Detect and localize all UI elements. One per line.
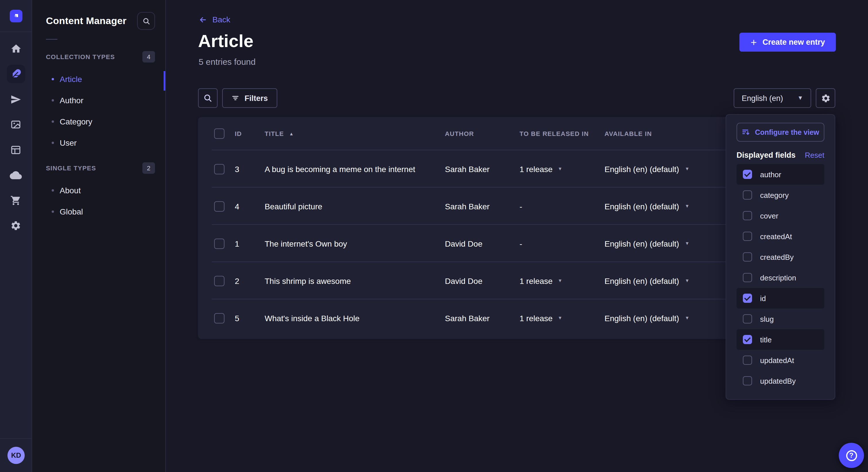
bullet-icon	[52, 78, 54, 80]
row-checkbox[interactable]	[214, 238, 224, 248]
sidebar-item-releases[interactable]	[7, 90, 25, 108]
divider	[0, 32, 32, 32]
field-toggle-description[interactable]: description	[737, 267, 825, 288]
search-icon	[203, 94, 212, 103]
sidebar-item-user[interactable]: User	[32, 132, 165, 153]
app-root: KD Content Manager COLLECTION TYPES 4 Ar…	[0, 0, 868, 472]
chevron-down-icon: ▼	[685, 278, 689, 283]
bullet-icon	[52, 120, 54, 123]
gear-icon	[10, 220, 21, 231]
chevron-down-icon: ▼	[685, 204, 689, 208]
toolbar: Filters English (en) ▼	[198, 88, 835, 108]
release-dropdown[interactable]: 1 release▼	[520, 164, 604, 173]
field-toggle-cover[interactable]: cover	[737, 205, 825, 226]
cell-title: This shrimp is awesome	[265, 276, 445, 285]
field-toggle-updatedAt[interactable]: updatedAt	[737, 350, 825, 370]
configure-list-icon	[742, 128, 750, 136]
home-icon	[10, 43, 22, 55]
sidebar-item-media-library[interactable]	[7, 115, 25, 134]
help-button[interactable]: ?	[839, 443, 864, 468]
filters-button[interactable]: Filters	[222, 88, 277, 108]
field-toggle-createdBy[interactable]: createdBy	[737, 247, 825, 267]
column-header-title[interactable]: TITLE▲	[265, 130, 445, 137]
checkbox	[743, 273, 752, 282]
strapi-logo[interactable]	[9, 10, 22, 22]
main-nav-rail: KD	[0, 0, 32, 472]
sidebar-item-marketplace[interactable]	[7, 191, 25, 209]
chevron-down-icon: ▼	[685, 316, 689, 320]
chevron-down-icon: ▼	[685, 167, 689, 171]
avatar[interactable]: KD	[7, 447, 25, 464]
section-label-collection-types: COLLECTION TYPES	[46, 53, 115, 60]
feather-icon	[10, 68, 22, 80]
send-icon	[10, 94, 21, 105]
row-checkbox[interactable]	[214, 201, 224, 211]
release-dropdown[interactable]: -▼	[520, 202, 604, 211]
checkbox	[743, 191, 752, 200]
chevron-down-icon: ▼	[797, 95, 803, 101]
reset-link[interactable]: Reset	[805, 151, 825, 160]
search-button[interactable]	[198, 88, 218, 108]
cell-author: David Doe	[445, 276, 520, 285]
column-header-released[interactable]: TO BE RELEASED IN	[520, 130, 604, 137]
media-icon	[10, 119, 21, 130]
bullet-icon	[52, 99, 54, 101]
row-checkbox[interactable]	[214, 276, 224, 286]
sidebar-item-article[interactable]: Article	[32, 68, 165, 90]
bullet-icon	[52, 141, 54, 144]
column-header-id[interactable]: ID	[235, 130, 265, 137]
field-list: author category cover createdAt createdB…	[737, 164, 825, 391]
sidebar-item-global[interactable]: Global	[32, 201, 165, 222]
collection-types-count-badge: 4	[143, 51, 155, 63]
release-dropdown[interactable]: 1 release▼	[520, 276, 604, 285]
cell-id: 5	[235, 313, 265, 323]
field-toggle-updatedBy[interactable]: updatedBy	[737, 370, 825, 391]
main-content: Back Article 5 entries found Create new …	[166, 0, 868, 472]
settings-button[interactable]	[816, 88, 835, 108]
release-dropdown[interactable]: -▼	[520, 239, 604, 248]
field-toggle-title[interactable]: title	[737, 329, 825, 350]
checkbox	[743, 356, 752, 365]
bullet-icon	[52, 210, 54, 212]
row-checkbox[interactable]	[214, 164, 224, 174]
field-toggle-slug[interactable]: slug	[737, 308, 825, 329]
row-checkbox[interactable]	[214, 313, 224, 323]
chevron-down-icon: ▼	[558, 278, 562, 283]
single-types-count-badge: 2	[143, 162, 155, 174]
cell-id: 1	[235, 239, 265, 248]
cart-icon	[10, 195, 21, 206]
field-toggle-createdAt[interactable]: createdAt	[737, 226, 825, 247]
search-button[interactable]	[137, 12, 155, 30]
release-dropdown[interactable]: 1 release▼	[520, 313, 604, 323]
chevron-down-icon: ▼	[685, 241, 689, 246]
sidebar-item-deploy[interactable]	[7, 166, 25, 184]
checkbox	[743, 170, 752, 179]
sidebar-item-content-type-builder[interactable]	[7, 140, 25, 159]
sidebar-item-content-manager[interactable]	[7, 65, 25, 83]
configure-the-view-button[interactable]: Configure the view	[737, 123, 825, 142]
select-all-checkbox[interactable]	[214, 129, 224, 139]
sidebar-item-category[interactable]: Category	[32, 111, 165, 132]
sidebar-item-author[interactable]: Author	[32, 90, 165, 111]
locale-select[interactable]: English (en) ▼	[734, 88, 811, 108]
sidebar-item-about[interactable]: About	[32, 179, 165, 201]
cell-title: A bug is becoming a meme on the internet	[265, 164, 445, 173]
checkbox	[743, 232, 752, 241]
sidebar-item-settings[interactable]	[7, 216, 25, 235]
back-link[interactable]: Back	[198, 15, 230, 24]
cell-title: What's inside a Black Hole	[265, 313, 445, 323]
scrollbar-thumb[interactable]	[164, 71, 165, 91]
column-header-author[interactable]: AUTHOR	[445, 130, 520, 137]
cell-id: 4	[235, 202, 265, 211]
field-toggle-author[interactable]: author	[737, 164, 825, 185]
search-icon	[142, 17, 150, 25]
field-toggle-category[interactable]: category	[737, 185, 825, 205]
checkbox	[743, 376, 752, 385]
create-new-entry-button[interactable]: Create new entry	[739, 33, 836, 52]
sidebar-item-home[interactable]	[7, 40, 25, 58]
checkbox	[743, 294, 752, 303]
content-manager-subnav: Content Manager COLLECTION TYPES 4 Artic…	[32, 0, 166, 472]
entries-count: 5 entries found	[198, 57, 256, 67]
plus-icon	[750, 39, 757, 45]
field-toggle-id[interactable]: id	[737, 288, 825, 308]
